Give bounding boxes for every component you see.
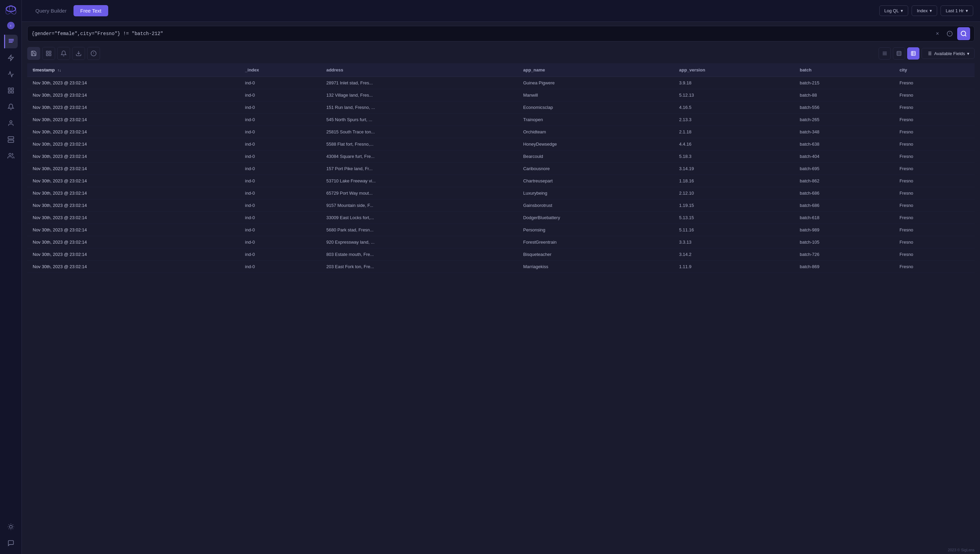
col-batch[interactable]: batch bbox=[794, 63, 894, 77]
table-row[interactable]: Nov 30th, 2023 @ 23:02:14 ind-0 203 East… bbox=[27, 261, 975, 273]
list-view-btn[interactable] bbox=[878, 47, 891, 60]
search-input[interactable] bbox=[32, 31, 933, 37]
cell-batch-8: batch-862 bbox=[794, 175, 894, 187]
sidebar-item-storage[interactable] bbox=[4, 133, 18, 146]
sidebar-item-teams[interactable] bbox=[4, 149, 18, 162]
grid-view-btn[interactable] bbox=[42, 47, 55, 60]
cell-timestamp-1: Nov 30th, 2023 @ 23:02:14 bbox=[27, 89, 240, 102]
cell-address-3: 545 North Spurs furt, ... bbox=[321, 114, 518, 126]
cell-address-15: 203 East Fork ton, Fre... bbox=[321, 261, 518, 273]
index-label: Index bbox=[917, 8, 928, 13]
logql-dropdown-btn[interactable]: Log QL ▾ bbox=[879, 5, 908, 16]
sidebar-item-logs[interactable] bbox=[4, 35, 18, 48]
tab-free-text[interactable]: Free Text bbox=[73, 5, 108, 16]
main-content: Query Builder Free Text Log QL ▾ Index ▾… bbox=[22, 0, 980, 554]
table-row[interactable]: Nov 30th, 2023 @ 23:02:14 ind-0 43084 Sq… bbox=[27, 150, 975, 162]
split-view-btn[interactable] bbox=[893, 47, 905, 60]
table-row[interactable]: Nov 30th, 2023 @ 23:02:14 ind-0 920 Expr… bbox=[27, 236, 975, 248]
cell-address-11: 33009 East Locks fort,... bbox=[321, 212, 518, 224]
sidebar-item-charts[interactable] bbox=[4, 67, 18, 81]
table-row[interactable]: Nov 30th, 2023 @ 23:02:14 ind-0 9157 Mou… bbox=[27, 199, 975, 212]
cell-batch-9: batch-686 bbox=[794, 187, 894, 199]
table-row[interactable]: Nov 30th, 2023 @ 23:02:14 ind-0 151 Run … bbox=[27, 102, 975, 114]
table-row[interactable]: Nov 30th, 2023 @ 23:02:14 ind-0 5588 Fla… bbox=[27, 138, 975, 150]
search-info-btn[interactable] bbox=[945, 29, 955, 38]
sidebar-item-alerts[interactable] bbox=[4, 100, 18, 114]
clear-search-btn[interactable]: × bbox=[933, 29, 942, 38]
time-range-dropdown-btn[interactable]: Last 1 Hr ▾ bbox=[940, 5, 973, 16]
cell-app-version-6: 5.18.3 bbox=[674, 150, 794, 162]
cell-address-5: 5588 Flat fort, Fresno,... bbox=[321, 138, 518, 150]
cell-city-6: Fresno bbox=[894, 150, 975, 162]
cell-index-11: ind-0 bbox=[240, 212, 321, 224]
col-app-version[interactable]: app_version bbox=[674, 63, 794, 77]
cell-app-version-10: 1.19.15 bbox=[674, 199, 794, 212]
col-address[interactable]: address bbox=[321, 63, 518, 77]
available-fields-btn[interactable]: Available Fields ▾ bbox=[921, 48, 975, 59]
app-logo bbox=[4, 4, 18, 18]
table-row[interactable]: Nov 30th, 2023 @ 23:02:14 ind-0 28971 In… bbox=[27, 77, 975, 89]
table-row[interactable]: Nov 30th, 2023 @ 23:02:14 ind-0 33009 Ea… bbox=[27, 212, 975, 224]
cell-index-0: ind-0 bbox=[240, 77, 321, 89]
save-btn[interactable] bbox=[27, 47, 40, 60]
table-row[interactable]: Nov 30th, 2023 @ 23:02:14 ind-0 5680 Par… bbox=[27, 224, 975, 236]
results-table-container[interactable]: timestamp ↑↓ _index address app_name app… bbox=[27, 63, 975, 546]
sidebar-bottom bbox=[4, 520, 18, 550]
cell-app-version-14: 3.14.2 bbox=[674, 248, 794, 261]
info-btn[interactable] bbox=[87, 47, 100, 60]
search-go-btn[interactable] bbox=[957, 27, 970, 40]
sidebar-item-metrics[interactable] bbox=[4, 51, 18, 65]
table-row[interactable]: Nov 30th, 2023 @ 23:02:14 ind-0 157 Port… bbox=[27, 162, 975, 175]
svg-rect-9 bbox=[8, 91, 10, 93]
table-row[interactable]: Nov 30th, 2023 @ 23:02:14 ind-0 803 Esta… bbox=[27, 248, 975, 261]
col-app-name[interactable]: app_name bbox=[517, 63, 673, 77]
col-city[interactable]: city bbox=[894, 63, 975, 77]
download-btn[interactable] bbox=[72, 47, 85, 60]
cell-app-version-9: 2.12.10 bbox=[674, 187, 794, 199]
cell-address-1: 132 Village land, Fres... bbox=[321, 89, 518, 102]
cell-timestamp-10: Nov 30th, 2023 @ 23:02:14 bbox=[27, 199, 240, 212]
tab-query-builder[interactable]: Query Builder bbox=[29, 5, 73, 16]
index-dropdown-btn[interactable]: Index ▾ bbox=[912, 5, 937, 16]
cell-city-3: Fresno bbox=[894, 114, 975, 126]
col-index[interactable]: _index bbox=[240, 63, 321, 77]
cell-city-5: Fresno bbox=[894, 138, 975, 150]
cell-timestamp-4: Nov 30th, 2023 @ 23:02:14 bbox=[27, 126, 240, 138]
table-row[interactable]: Nov 30th, 2023 @ 23:02:14 ind-0 53710 La… bbox=[27, 175, 975, 187]
sidebar-expand-btn[interactable]: › bbox=[7, 22, 14, 29]
cell-index-5: ind-0 bbox=[240, 138, 321, 150]
cell-app-name-13: ForestGreentrain bbox=[517, 236, 673, 248]
cell-batch-13: batch-105 bbox=[794, 236, 894, 248]
cell-batch-6: batch-404 bbox=[794, 150, 894, 162]
sidebar-item-users[interactable] bbox=[4, 116, 18, 130]
cell-app-version-15: 1.11.9 bbox=[674, 261, 794, 273]
svg-rect-13 bbox=[8, 140, 14, 143]
cell-index-3: ind-0 bbox=[240, 114, 321, 126]
table-row[interactable]: Nov 30th, 2023 @ 23:02:14 ind-0 25815 So… bbox=[27, 126, 975, 138]
cell-app-version-2: 4.16.5 bbox=[674, 102, 794, 114]
col-timestamp[interactable]: timestamp ↑↓ bbox=[27, 63, 240, 77]
search-bar: × bbox=[27, 26, 975, 41]
table-row[interactable]: Nov 30th, 2023 @ 23:02:14 ind-0 65729 Po… bbox=[27, 187, 975, 199]
cell-app-version-13: 3.3.13 bbox=[674, 236, 794, 248]
sidebar: › bbox=[0, 0, 22, 554]
sidebar-item-settings[interactable] bbox=[4, 520, 18, 533]
cell-app-version-1: 5.12.13 bbox=[674, 89, 794, 102]
cell-city-14: Fresno bbox=[894, 248, 975, 261]
alert-btn[interactable] bbox=[57, 47, 70, 60]
table-row[interactable]: Nov 30th, 2023 @ 23:02:14 ind-0 545 Nort… bbox=[27, 114, 975, 126]
svg-rect-37 bbox=[911, 51, 915, 56]
table-row[interactable]: Nov 30th, 2023 @ 23:02:14 ind-0 132 Vill… bbox=[27, 89, 975, 102]
sidebar-item-dashboards[interactable] bbox=[4, 84, 18, 97]
logql-chevron-icon: ▾ bbox=[901, 8, 903, 13]
cell-batch-12: batch-989 bbox=[794, 224, 894, 236]
sidebar-item-chat[interactable] bbox=[4, 536, 18, 550]
cell-app-name-10: Gainsborotrust bbox=[517, 199, 673, 212]
svg-rect-4 bbox=[9, 40, 14, 41]
cell-app-name-7: Caribousnore bbox=[517, 162, 673, 175]
cell-batch-5: batch-638 bbox=[794, 138, 894, 150]
svg-point-17 bbox=[9, 525, 12, 528]
cell-timestamp-14: Nov 30th, 2023 @ 23:02:14 bbox=[27, 248, 240, 261]
table-view-btn[interactable] bbox=[907, 47, 920, 60]
cell-timestamp-12: Nov 30th, 2023 @ 23:02:14 bbox=[27, 224, 240, 236]
